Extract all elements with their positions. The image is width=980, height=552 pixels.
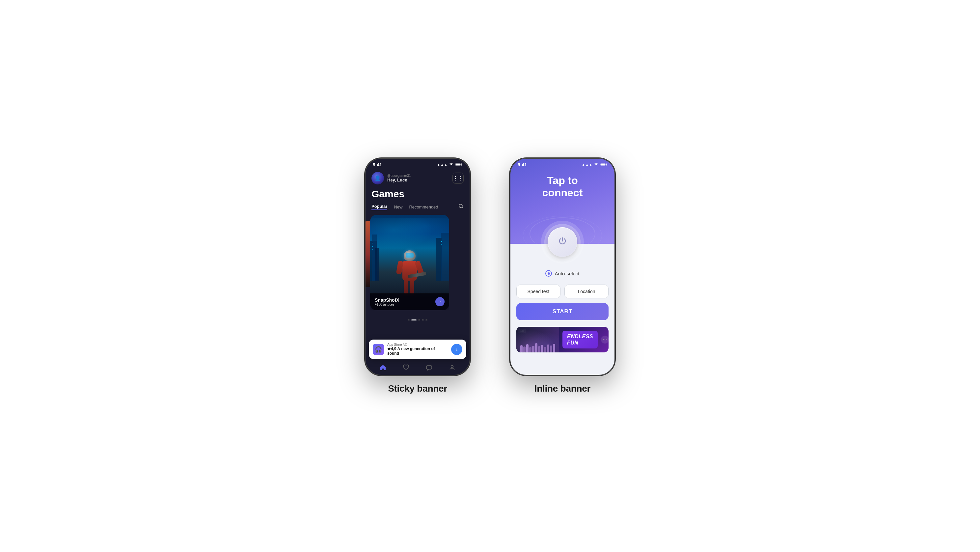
- ad-description: ★4,9 A new generation of sound: [387, 347, 448, 356]
- dot-5: [425, 320, 428, 320]
- dot-2: [411, 320, 417, 320]
- vpn-power-button[interactable]: [547, 227, 577, 257]
- svg-point-17: [451, 365, 453, 367]
- ad-text-section: ENDLESSFUN: [559, 328, 601, 351]
- ad-source: App Store AD: [387, 343, 448, 347]
- crowd-figures: [516, 332, 559, 352]
- games-carousel: SnapShotX +100 astuces →: [365, 215, 470, 317]
- vpn-status-time: 9:41: [518, 162, 527, 167]
- vpn-status-bar: 9:41 ▲▲▲: [510, 158, 615, 169]
- ad-icon: 🎧: [373, 344, 384, 355]
- ad-icon-headphones: 🎧: [375, 346, 382, 353]
- status-icons: ▲▲▲: [437, 163, 462, 167]
- auto-select-row: Auto-select: [516, 270, 609, 277]
- ad-download-button[interactable]: ↓: [451, 344, 462, 355]
- svg-rect-19: [601, 163, 606, 165]
- vpn-power-mid-ring: [544, 224, 581, 260]
- nav-favorites[interactable]: [403, 364, 409, 371]
- svg-point-3: [459, 204, 462, 207]
- svg-rect-13: [441, 241, 442, 242]
- vpn-connect-text: Tap to connect: [510, 169, 615, 205]
- ad-crowd-background: [516, 327, 559, 352]
- page-container: 9:41 ▲▲▲: [259, 158, 721, 394]
- phone2-section: 9:41 ▲▲▲: [510, 158, 615, 394]
- vpn-power-container: [510, 221, 615, 264]
- speed-test-button[interactable]: Speed test: [516, 285, 560, 298]
- signal-icon: ▲▲▲: [437, 163, 447, 167]
- tab-popular[interactable]: Popular: [371, 204, 387, 210]
- svg-rect-9: [441, 233, 449, 281]
- menu-dots-button[interactable]: ⋮⋮: [452, 173, 464, 184]
- phone1-screen: 9:41 ▲▲▲: [365, 158, 470, 375]
- nav-profile[interactable]: [449, 364, 455, 371]
- vpn-btn-row: Speed test Location: [516, 285, 609, 298]
- vpn-battery-icon: [600, 163, 607, 167]
- avatar-image: 👤: [371, 172, 384, 185]
- user-name: Hey, Luce: [387, 178, 410, 183]
- svg-rect-10: [372, 243, 373, 243]
- svg-rect-16: [426, 366, 432, 369]
- svg-rect-1: [456, 163, 461, 165]
- endless-fun-text: ENDLESSFUN: [562, 331, 598, 348]
- phones-row: 9:41 ▲▲▲: [365, 158, 615, 394]
- search-icon[interactable]: [458, 204, 464, 210]
- vpn-power-outer-ring: [541, 221, 584, 264]
- wifi-icon: [449, 163, 453, 167]
- tab-new[interactable]: New: [394, 205, 402, 210]
- auto-select-dot: [547, 272, 550, 275]
- vpn-wifi-icon: [594, 163, 598, 167]
- vpn-top-section: 9:41 ▲▲▲: [510, 158, 615, 244]
- game-card-main[interactable]: SnapShotX +100 astuces →: [370, 215, 449, 310]
- status-time: 9:41: [373, 162, 382, 167]
- ad-badge: AD: [403, 343, 407, 347]
- svg-rect-11: [372, 246, 373, 247]
- nav-home[interactable]: [380, 364, 386, 371]
- vpn-status-icons: ▲▲▲: [582, 163, 607, 167]
- games-tabs: Popular New Recommended: [365, 204, 470, 215]
- battery-icon: [455, 163, 462, 167]
- phone2-frame: 9:41 ▲▲▲: [510, 158, 615, 375]
- dot-1: [408, 320, 410, 320]
- game-info-bar: SnapShotX +100 astuces →: [370, 293, 449, 310]
- ad-more-button[interactable]: ⋯: [601, 336, 609, 344]
- user-handle: @Lucegamer31: [387, 174, 410, 178]
- carousel-dots: [365, 317, 470, 325]
- user-text: @Lucegamer31 Hey, Luce: [387, 174, 410, 183]
- svg-rect-12: [372, 249, 373, 250]
- location-button[interactable]: Location: [565, 285, 609, 298]
- phone1-frame: 9:41 ▲▲▲: [365, 158, 470, 375]
- power-icon: [557, 236, 567, 248]
- sticky-ad-banner[interactable]: 🎧 App Store AD ★4,9 A new generation of …: [369, 340, 466, 359]
- auto-select-icon: [545, 270, 552, 277]
- status-bar: 9:41 ▲▲▲: [365, 158, 470, 169]
- bottom-nav: [365, 359, 470, 375]
- tab-recommended[interactable]: Recommended: [409, 205, 438, 210]
- games-title: Games: [365, 188, 470, 204]
- game-title: SnapShotX: [375, 297, 399, 303]
- avatar: 👤: [371, 172, 384, 185]
- svg-rect-2: [462, 164, 462, 165]
- dot-3: [418, 320, 420, 320]
- svg-line-4: [462, 207, 463, 208]
- vpn-signal-icon: ▲▲▲: [582, 163, 592, 167]
- game-subtitle: +100 astuces: [375, 303, 399, 306]
- inline-ad-banner[interactable]: AD: [516, 327, 609, 352]
- ad-text-block: App Store AD ★4,9 A new generation of so…: [387, 343, 448, 356]
- dot-4: [422, 320, 424, 320]
- phone2-screen: 9:41 ▲▲▲: [510, 158, 615, 375]
- games-header: 👤 @Lucegamer31 Hey, Luce ⋮⋮: [365, 169, 470, 188]
- user-info: 👤 @Lucegamer31 Hey, Luce: [371, 172, 410, 185]
- svg-rect-14: [441, 244, 442, 245]
- svg-rect-20: [606, 164, 607, 165]
- phone1-section: 9:41 ▲▲▲: [365, 158, 470, 394]
- phone2-label: Inline banner: [535, 383, 590, 394]
- nav-messages[interactable]: [426, 364, 433, 371]
- game-arrow-button[interactable]: →: [435, 297, 445, 306]
- auto-select-label: Auto-select: [555, 271, 579, 276]
- svg-rect-7: [375, 248, 379, 281]
- vpn-start-button[interactable]: START: [516, 303, 609, 320]
- phone1-label: Sticky banner: [388, 383, 447, 394]
